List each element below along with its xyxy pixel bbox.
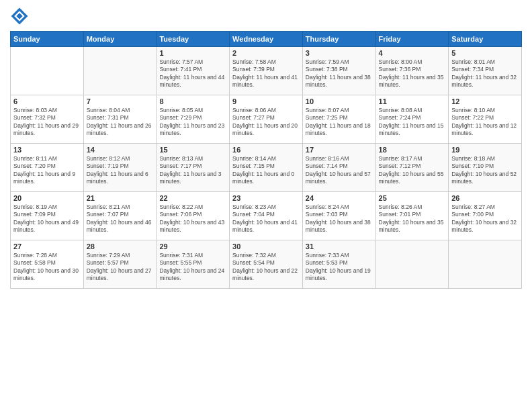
- cell-info: Sunrise: 7:58 AM Sunset: 7:39 PM Dayligh…: [232, 58, 300, 89]
- cell-info: Sunrise: 8:12 AM Sunset: 7:19 PM Dayligh…: [87, 155, 154, 186]
- cell-info: Sunrise: 8:18 AM Sunset: 7:10 PM Dayligh…: [451, 155, 519, 186]
- cell-info: Sunrise: 8:22 AM Sunset: 7:06 PM Dayligh…: [159, 203, 226, 234]
- cell-info: Sunrise: 8:00 AM Sunset: 7:36 PM Dayligh…: [379, 58, 446, 89]
- day-number: 12: [451, 97, 519, 105]
- calendar-cell: 21Sunrise: 8:21 AM Sunset: 7:07 PM Dayli…: [83, 192, 157, 240]
- calendar-cell: [11, 47, 84, 95]
- day-number: 19: [451, 146, 519, 154]
- col-header-wednesday: Wednesday: [230, 32, 303, 47]
- calendar-cell: 11Sunrise: 8:08 AM Sunset: 7:24 PM Dayli…: [375, 95, 449, 144]
- day-number: 28: [87, 242, 154, 250]
- calendar-cell: 2Sunrise: 7:58 AM Sunset: 7:39 PM Daylig…: [230, 47, 303, 95]
- cell-info: Sunrise: 8:17 AM Sunset: 7:12 PM Dayligh…: [379, 155, 446, 186]
- cell-info: Sunrise: 7:59 AM Sunset: 7:38 PM Dayligh…: [306, 58, 373, 89]
- cell-info: Sunrise: 8:26 AM Sunset: 7:01 PM Dayligh…: [379, 203, 446, 234]
- day-number: 4: [379, 49, 446, 57]
- cell-info: Sunrise: 7:32 AM Sunset: 5:54 PM Dayligh…: [232, 252, 300, 283]
- day-number: 13: [13, 146, 81, 154]
- cell-info: Sunrise: 8:19 AM Sunset: 7:09 PM Dayligh…: [13, 203, 81, 234]
- calendar-cell: 25Sunrise: 8:26 AM Sunset: 7:01 PM Dayli…: [375, 192, 449, 240]
- day-number: 20: [13, 194, 81, 202]
- col-header-thursday: Thursday: [302, 32, 375, 47]
- day-number: 15: [159, 146, 226, 154]
- calendar-week-1: 1Sunrise: 7:57 AM Sunset: 7:41 PM Daylig…: [11, 47, 522, 95]
- col-header-friday: Friday: [375, 32, 449, 47]
- day-number: 18: [379, 146, 446, 154]
- cell-info: Sunrise: 8:27 AM Sunset: 7:00 PM Dayligh…: [451, 203, 519, 234]
- header: [10, 7, 522, 26]
- cell-info: Sunrise: 8:05 AM Sunset: 7:29 PM Dayligh…: [159, 107, 226, 138]
- calendar-cell: [83, 47, 157, 95]
- calendar-cell: 20Sunrise: 8:19 AM Sunset: 7:09 PM Dayli…: [11, 192, 84, 240]
- day-number: 1: [159, 49, 226, 57]
- calendar-cell: 7Sunrise: 8:04 AM Sunset: 7:31 PM Daylig…: [83, 95, 157, 144]
- calendar-cell: 8Sunrise: 8:05 AM Sunset: 7:29 PM Daylig…: [157, 95, 230, 144]
- cell-info: Sunrise: 8:01 AM Sunset: 7:34 PM Dayligh…: [451, 58, 519, 89]
- day-number: 27: [13, 242, 81, 250]
- day-number: 11: [379, 97, 446, 105]
- logo-icon: [10, 7, 29, 26]
- cell-info: Sunrise: 7:29 AM Sunset: 5:57 PM Dayligh…: [87, 252, 154, 283]
- col-header-sunday: Sunday: [11, 32, 84, 47]
- day-number: 6: [13, 97, 81, 105]
- calendar-header-row: SundayMondayTuesdayWednesdayThursdayFrid…: [11, 32, 522, 47]
- cell-info: Sunrise: 8:13 AM Sunset: 7:17 PM Dayligh…: [159, 155, 226, 186]
- day-number: 9: [232, 97, 300, 105]
- day-number: 24: [306, 194, 373, 202]
- calendar-cell: 14Sunrise: 8:12 AM Sunset: 7:19 PM Dayli…: [83, 144, 157, 192]
- day-number: 23: [232, 194, 300, 202]
- calendar-cell: 24Sunrise: 8:24 AM Sunset: 7:03 PM Dayli…: [302, 192, 375, 240]
- calendar-cell: 22Sunrise: 8:22 AM Sunset: 7:06 PM Dayli…: [157, 192, 230, 240]
- cell-info: Sunrise: 8:16 AM Sunset: 7:14 PM Dayligh…: [306, 155, 373, 186]
- cell-info: Sunrise: 8:24 AM Sunset: 7:03 PM Dayligh…: [306, 203, 373, 234]
- day-number: 30: [232, 242, 300, 250]
- day-number: 26: [451, 194, 519, 202]
- calendar-cell: 27Sunrise: 7:28 AM Sunset: 5:58 PM Dayli…: [11, 240, 84, 289]
- col-header-saturday: Saturday: [449, 32, 522, 47]
- cell-info: Sunrise: 8:21 AM Sunset: 7:07 PM Dayligh…: [87, 203, 154, 234]
- day-number: 2: [232, 49, 300, 57]
- cell-info: Sunrise: 8:04 AM Sunset: 7:31 PM Dayligh…: [87, 107, 154, 138]
- calendar-cell: 6Sunrise: 8:03 AM Sunset: 7:32 PM Daylig…: [11, 95, 84, 144]
- col-header-tuesday: Tuesday: [157, 32, 230, 47]
- cell-info: Sunrise: 7:33 AM Sunset: 5:53 PM Dayligh…: [306, 252, 373, 283]
- cell-info: Sunrise: 8:14 AM Sunset: 7:15 PM Dayligh…: [232, 155, 300, 186]
- calendar-cell: 23Sunrise: 8:23 AM Sunset: 7:04 PM Dayli…: [230, 192, 303, 240]
- cell-info: Sunrise: 8:03 AM Sunset: 7:32 PM Dayligh…: [13, 107, 81, 138]
- calendar-cell: 3Sunrise: 7:59 AM Sunset: 7:38 PM Daylig…: [302, 47, 375, 95]
- calendar-week-3: 13Sunrise: 8:11 AM Sunset: 7:20 PM Dayli…: [11, 144, 522, 192]
- calendar-cell: 1Sunrise: 7:57 AM Sunset: 7:41 PM Daylig…: [157, 47, 230, 95]
- calendar-cell: 16Sunrise: 8:14 AM Sunset: 7:15 PM Dayli…: [230, 144, 303, 192]
- calendar-cell: 13Sunrise: 8:11 AM Sunset: 7:20 PM Dayli…: [11, 144, 84, 192]
- day-number: 25: [379, 194, 446, 202]
- day-number: 22: [159, 194, 226, 202]
- day-number: 3: [306, 49, 373, 57]
- calendar-cell: 26Sunrise: 8:27 AM Sunset: 7:00 PM Dayli…: [449, 192, 522, 240]
- calendar-cell: 10Sunrise: 8:07 AM Sunset: 7:25 PM Dayli…: [302, 95, 375, 144]
- cell-info: Sunrise: 8:11 AM Sunset: 7:20 PM Dayligh…: [13, 155, 81, 186]
- cell-info: Sunrise: 8:23 AM Sunset: 7:04 PM Dayligh…: [232, 203, 300, 234]
- calendar-cell: 12Sunrise: 8:10 AM Sunset: 7:22 PM Dayli…: [449, 95, 522, 144]
- col-header-monday: Monday: [83, 32, 157, 47]
- calendar-week-4: 20Sunrise: 8:19 AM Sunset: 7:09 PM Dayli…: [11, 192, 522, 240]
- calendar-cell: [449, 240, 522, 289]
- day-number: 5: [451, 49, 519, 57]
- calendar-cell: [375, 240, 449, 289]
- day-number: 8: [159, 97, 226, 105]
- calendar-cell: 29Sunrise: 7:31 AM Sunset: 5:55 PM Dayli…: [157, 240, 230, 289]
- calendar-week-5: 27Sunrise: 7:28 AM Sunset: 5:58 PM Dayli…: [11, 240, 522, 289]
- calendar-cell: 31Sunrise: 7:33 AM Sunset: 5:53 PM Dayli…: [302, 240, 375, 289]
- cell-info: Sunrise: 8:10 AM Sunset: 7:22 PM Dayligh…: [451, 107, 519, 138]
- calendar-cell: 30Sunrise: 7:32 AM Sunset: 5:54 PM Dayli…: [230, 240, 303, 289]
- calendar-cell: 17Sunrise: 8:16 AM Sunset: 7:14 PM Dayli…: [302, 144, 375, 192]
- cell-info: Sunrise: 7:28 AM Sunset: 5:58 PM Dayligh…: [13, 252, 81, 283]
- cell-info: Sunrise: 7:57 AM Sunset: 7:41 PM Dayligh…: [159, 58, 226, 89]
- logo: [10, 7, 32, 26]
- day-number: 7: [87, 97, 154, 105]
- cell-info: Sunrise: 8:06 AM Sunset: 7:27 PM Dayligh…: [232, 107, 300, 138]
- calendar-cell: 28Sunrise: 7:29 AM Sunset: 5:57 PM Dayli…: [83, 240, 157, 289]
- calendar-cell: 18Sunrise: 8:17 AM Sunset: 7:12 PM Dayli…: [375, 144, 449, 192]
- day-number: 21: [87, 194, 154, 202]
- day-number: 10: [306, 97, 373, 105]
- day-number: 14: [87, 146, 154, 154]
